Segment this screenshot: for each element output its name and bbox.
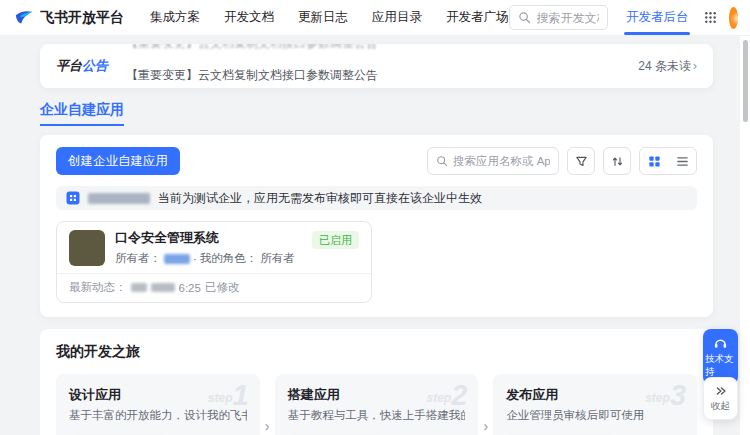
owner-name-redacted: [164, 254, 190, 264]
page-content: 平台公告 【重要变更】云文档复制文档接口参数调整公告 【重要变更】云文档复制文档…: [0, 36, 740, 435]
step-desc: 企业管理员审核后即可使用: [506, 408, 684, 423]
step-card-publish: step3 发布应用 企业管理员审核后即可使用 审核与发布指南: [493, 374, 697, 435]
search-icon: [518, 11, 531, 24]
collapse-button[interactable]: 收起: [703, 377, 738, 420]
developer-console-tab[interactable]: 开发者后台: [626, 0, 689, 35]
filter-button[interactable]: [567, 147, 595, 175]
headset-icon: [713, 336, 728, 350]
step-title: 设计应用: [69, 386, 247, 403]
app-meta: 所有者： · 我的角色： 所有者: [115, 251, 295, 266]
search-icon: [436, 155, 448, 167]
nav-item-docs[interactable]: 开发文档: [224, 9, 274, 26]
step-card-build: step2 搭建应用 基于教程与工具，快速上手搭建我的应用 快速开发教程: [275, 374, 479, 435]
scrollbar-track[interactable]: [740, 36, 750, 435]
view-toggle: [639, 147, 697, 175]
list-view-button[interactable]: [668, 148, 696, 174]
dev-journey-panel: 我的开发之旅 step1 设计应用 基于丰富的开放能力，设计我的飞书应用 开放能…: [40, 329, 713, 435]
notice-item[interactable]: 【重要变更】云文档复制文档接口参数调整公告: [126, 67, 378, 84]
top-header: 飞书开放平台 集成方案 开发文档 更新日志 应用目录 开发者广场 开发者后台: [0, 0, 750, 36]
activity-time: 6:25: [179, 282, 201, 294]
main-nav: 集成方案 开发文档 更新日志 应用目录 开发者广场: [150, 9, 509, 26]
journey-title: 我的开发之旅: [56, 343, 697, 361]
app-name: 口令安全管理系统: [115, 230, 295, 246]
activity-state: 已修改: [205, 280, 240, 295]
tenant-name-redacted: [88, 193, 150, 204]
tab-self-built-apps[interactable]: 企业自建应用: [40, 101, 124, 126]
step-desc: 基于教程与工具，快速上手搭建我的应用: [288, 408, 466, 423]
double-chevron-right-icon: [714, 385, 728, 397]
feishu-logo-icon: [14, 8, 34, 28]
chevron-right-icon: ›: [693, 59, 697, 73]
grid-view-button[interactable]: [640, 148, 668, 174]
step-title: 搭建应用: [288, 386, 466, 403]
step-title: 发布应用: [506, 386, 684, 403]
app-avatar: [69, 230, 105, 266]
test-tenant-banner: 当前为测试企业，应用无需发布审核即可直接在该企业中生效: [56, 186, 697, 210]
nav-item-integration[interactable]: 集成方案: [150, 9, 200, 26]
notice-unread-link[interactable]: 24 条未读›: [638, 58, 697, 75]
doc-search-box[interactable]: [509, 5, 608, 30]
scrollbar-thumb[interactable]: [743, 40, 748, 122]
notice-item-clipped: 【重要变更】云文档复制文档接口参数调整公告: [126, 44, 378, 52]
app-activity: 最新动态： 6:25 已修改: [69, 280, 359, 295]
divider: [57, 273, 371, 274]
apps-toolbar: 创建企业自建应用: [56, 147, 697, 175]
notice-label: 平台公告: [56, 57, 108, 75]
app-card[interactable]: 口令安全管理系统 所有者： · 我的角色： 所有者 已启用 最新动态： 6:25: [56, 221, 372, 303]
sort-button[interactable]: [603, 147, 631, 175]
self-built-apps-panel: 创建企业自建应用: [40, 135, 713, 317]
step-card-design: step1 设计应用 基于丰富的开放能力，设计我的飞书应用 开放能力介绍: [56, 374, 260, 435]
step-separator-chevron: ›: [478, 374, 493, 434]
step-separator-chevron: ›: [260, 374, 275, 434]
nav-item-dev-square[interactable]: 开发者广场: [446, 9, 509, 26]
apps-grid-icon[interactable]: [704, 11, 717, 24]
step-desc: 基于丰富的开放能力，设计我的飞书应用: [69, 408, 247, 423]
user-avatar[interactable]: [729, 7, 738, 29]
app-search-box[interactable]: [427, 147, 559, 175]
organization-icon: [66, 191, 80, 205]
platform-notice-bar[interactable]: 平台公告 【重要变更】云文档复制文档接口参数调整公告 【重要变更】云文档复制文档…: [40, 44, 713, 88]
brand[interactable]: 飞书开放平台: [14, 8, 124, 28]
doc-search-input[interactable]: [537, 11, 599, 25]
create-app-button[interactable]: 创建企业自建应用: [56, 147, 180, 175]
app-search-input[interactable]: [453, 155, 550, 167]
test-tenant-text: 当前为测试企业，应用无需发布审核即可直接在该企业中生效: [158, 190, 482, 207]
status-badge-enabled: 已启用: [312, 231, 359, 249]
nav-item-app-directory[interactable]: 应用目录: [372, 9, 422, 26]
brand-name: 飞书开放平台: [40, 9, 124, 27]
nav-item-changelog[interactable]: 更新日志: [298, 9, 348, 26]
notice-marquee: 【重要变更】云文档复制文档接口参数调整公告 【重要变更】云文档复制文档接口参数调…: [126, 44, 622, 88]
